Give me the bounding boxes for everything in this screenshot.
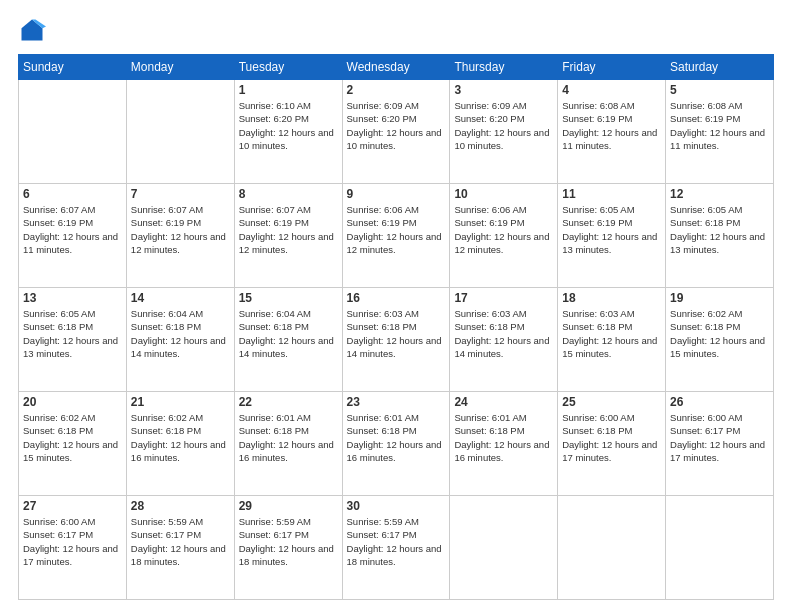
logo — [18, 16, 50, 44]
day-info: Sunrise: 6:00 AM Sunset: 6:18 PM Dayligh… — [562, 411, 661, 464]
calendar-cell: 1Sunrise: 6:10 AM Sunset: 6:20 PM Daylig… — [234, 80, 342, 184]
calendar-cell: 3Sunrise: 6:09 AM Sunset: 6:20 PM Daylig… — [450, 80, 558, 184]
day-info: Sunrise: 6:05 AM Sunset: 6:18 PM Dayligh… — [23, 307, 122, 360]
day-info: Sunrise: 6:02 AM Sunset: 6:18 PM Dayligh… — [23, 411, 122, 464]
calendar-cell: 18Sunrise: 6:03 AM Sunset: 6:18 PM Dayli… — [558, 288, 666, 392]
day-info: Sunrise: 5:59 AM Sunset: 6:17 PM Dayligh… — [239, 515, 338, 568]
calendar-week-4: 20Sunrise: 6:02 AM Sunset: 6:18 PM Dayli… — [19, 392, 774, 496]
calendar-cell: 20Sunrise: 6:02 AM Sunset: 6:18 PM Dayli… — [19, 392, 127, 496]
day-info: Sunrise: 6:05 AM Sunset: 6:19 PM Dayligh… — [562, 203, 661, 256]
weekday-header-saturday: Saturday — [666, 55, 774, 80]
calendar-cell — [666, 496, 774, 600]
calendar-cell: 28Sunrise: 5:59 AM Sunset: 6:17 PM Dayli… — [126, 496, 234, 600]
calendar-cell: 30Sunrise: 5:59 AM Sunset: 6:17 PM Dayli… — [342, 496, 450, 600]
day-info: Sunrise: 6:00 AM Sunset: 6:17 PM Dayligh… — [23, 515, 122, 568]
day-number: 14 — [131, 291, 230, 305]
header — [18, 16, 774, 44]
calendar-cell: 25Sunrise: 6:00 AM Sunset: 6:18 PM Dayli… — [558, 392, 666, 496]
day-number: 13 — [23, 291, 122, 305]
calendar-cell: 16Sunrise: 6:03 AM Sunset: 6:18 PM Dayli… — [342, 288, 450, 392]
day-info: Sunrise: 5:59 AM Sunset: 6:17 PM Dayligh… — [347, 515, 446, 568]
calendar-cell: 5Sunrise: 6:08 AM Sunset: 6:19 PM Daylig… — [666, 80, 774, 184]
day-info: Sunrise: 6:06 AM Sunset: 6:19 PM Dayligh… — [454, 203, 553, 256]
weekday-header-wednesday: Wednesday — [342, 55, 450, 80]
page: SundayMondayTuesdayWednesdayThursdayFrid… — [0, 0, 792, 612]
day-info: Sunrise: 6:01 AM Sunset: 6:18 PM Dayligh… — [454, 411, 553, 464]
day-info: Sunrise: 6:07 AM Sunset: 6:19 PM Dayligh… — [23, 203, 122, 256]
day-info: Sunrise: 5:59 AM Sunset: 6:17 PM Dayligh… — [131, 515, 230, 568]
weekday-header-monday: Monday — [126, 55, 234, 80]
day-info: Sunrise: 6:03 AM Sunset: 6:18 PM Dayligh… — [454, 307, 553, 360]
day-info: Sunrise: 6:02 AM Sunset: 6:18 PM Dayligh… — [670, 307, 769, 360]
day-number: 21 — [131, 395, 230, 409]
day-number: 12 — [670, 187, 769, 201]
calendar-week-5: 27Sunrise: 6:00 AM Sunset: 6:17 PM Dayli… — [19, 496, 774, 600]
day-info: Sunrise: 6:09 AM Sunset: 6:20 PM Dayligh… — [347, 99, 446, 152]
day-number: 8 — [239, 187, 338, 201]
day-number: 3 — [454, 83, 553, 97]
day-number: 7 — [131, 187, 230, 201]
day-number: 30 — [347, 499, 446, 513]
day-number: 29 — [239, 499, 338, 513]
day-number: 25 — [562, 395, 661, 409]
day-info: Sunrise: 6:00 AM Sunset: 6:17 PM Dayligh… — [670, 411, 769, 464]
weekday-header-row: SundayMondayTuesdayWednesdayThursdayFrid… — [19, 55, 774, 80]
calendar-cell: 9Sunrise: 6:06 AM Sunset: 6:19 PM Daylig… — [342, 184, 450, 288]
day-number: 19 — [670, 291, 769, 305]
calendar-header: SundayMondayTuesdayWednesdayThursdayFrid… — [19, 55, 774, 80]
day-info: Sunrise: 6:08 AM Sunset: 6:19 PM Dayligh… — [670, 99, 769, 152]
weekday-header-thursday: Thursday — [450, 55, 558, 80]
day-info: Sunrise: 6:01 AM Sunset: 6:18 PM Dayligh… — [239, 411, 338, 464]
calendar-week-2: 6Sunrise: 6:07 AM Sunset: 6:19 PM Daylig… — [19, 184, 774, 288]
day-number: 17 — [454, 291, 553, 305]
calendar-cell: 13Sunrise: 6:05 AM Sunset: 6:18 PM Dayli… — [19, 288, 127, 392]
calendar-cell: 4Sunrise: 6:08 AM Sunset: 6:19 PM Daylig… — [558, 80, 666, 184]
calendar-cell: 27Sunrise: 6:00 AM Sunset: 6:17 PM Dayli… — [19, 496, 127, 600]
calendar-cell: 23Sunrise: 6:01 AM Sunset: 6:18 PM Dayli… — [342, 392, 450, 496]
day-info: Sunrise: 6:10 AM Sunset: 6:20 PM Dayligh… — [239, 99, 338, 152]
day-info: Sunrise: 6:04 AM Sunset: 6:18 PM Dayligh… — [131, 307, 230, 360]
day-number: 22 — [239, 395, 338, 409]
day-info: Sunrise: 6:08 AM Sunset: 6:19 PM Dayligh… — [562, 99, 661, 152]
day-number: 6 — [23, 187, 122, 201]
day-number: 24 — [454, 395, 553, 409]
calendar-week-3: 13Sunrise: 6:05 AM Sunset: 6:18 PM Dayli… — [19, 288, 774, 392]
logo-icon — [18, 16, 46, 44]
day-info: Sunrise: 6:06 AM Sunset: 6:19 PM Dayligh… — [347, 203, 446, 256]
calendar-cell: 7Sunrise: 6:07 AM Sunset: 6:19 PM Daylig… — [126, 184, 234, 288]
day-number: 27 — [23, 499, 122, 513]
calendar-body: 1Sunrise: 6:10 AM Sunset: 6:20 PM Daylig… — [19, 80, 774, 600]
day-number: 10 — [454, 187, 553, 201]
calendar-cell — [450, 496, 558, 600]
calendar-cell: 15Sunrise: 6:04 AM Sunset: 6:18 PM Dayli… — [234, 288, 342, 392]
day-info: Sunrise: 6:09 AM Sunset: 6:20 PM Dayligh… — [454, 99, 553, 152]
day-number: 15 — [239, 291, 338, 305]
day-number: 26 — [670, 395, 769, 409]
calendar-cell — [558, 496, 666, 600]
day-info: Sunrise: 6:01 AM Sunset: 6:18 PM Dayligh… — [347, 411, 446, 464]
calendar-cell: 11Sunrise: 6:05 AM Sunset: 6:19 PM Dayli… — [558, 184, 666, 288]
calendar-cell: 19Sunrise: 6:02 AM Sunset: 6:18 PM Dayli… — [666, 288, 774, 392]
day-info: Sunrise: 6:02 AM Sunset: 6:18 PM Dayligh… — [131, 411, 230, 464]
calendar-cell: 10Sunrise: 6:06 AM Sunset: 6:19 PM Dayli… — [450, 184, 558, 288]
day-number: 11 — [562, 187, 661, 201]
weekday-header-tuesday: Tuesday — [234, 55, 342, 80]
calendar-cell: 17Sunrise: 6:03 AM Sunset: 6:18 PM Dayli… — [450, 288, 558, 392]
calendar-cell: 14Sunrise: 6:04 AM Sunset: 6:18 PM Dayli… — [126, 288, 234, 392]
day-info: Sunrise: 6:03 AM Sunset: 6:18 PM Dayligh… — [562, 307, 661, 360]
day-info: Sunrise: 6:07 AM Sunset: 6:19 PM Dayligh… — [239, 203, 338, 256]
day-number: 9 — [347, 187, 446, 201]
calendar-week-1: 1Sunrise: 6:10 AM Sunset: 6:20 PM Daylig… — [19, 80, 774, 184]
day-number: 16 — [347, 291, 446, 305]
day-number: 1 — [239, 83, 338, 97]
weekday-header-friday: Friday — [558, 55, 666, 80]
calendar-cell: 24Sunrise: 6:01 AM Sunset: 6:18 PM Dayli… — [450, 392, 558, 496]
day-number: 18 — [562, 291, 661, 305]
day-info: Sunrise: 6:07 AM Sunset: 6:19 PM Dayligh… — [131, 203, 230, 256]
calendar-table: SundayMondayTuesdayWednesdayThursdayFrid… — [18, 54, 774, 600]
day-number: 28 — [131, 499, 230, 513]
calendar-cell: 6Sunrise: 6:07 AM Sunset: 6:19 PM Daylig… — [19, 184, 127, 288]
calendar-cell — [19, 80, 127, 184]
day-number: 2 — [347, 83, 446, 97]
weekday-header-sunday: Sunday — [19, 55, 127, 80]
